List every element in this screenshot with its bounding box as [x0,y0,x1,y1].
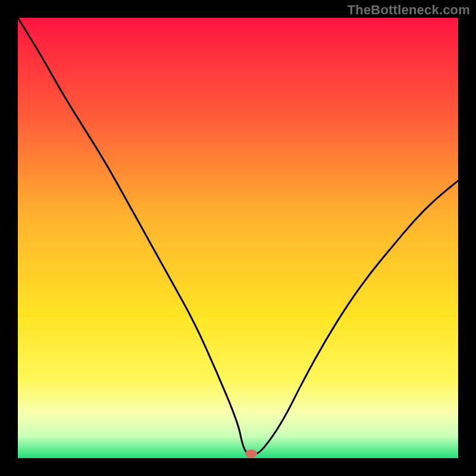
watermark-text: TheBottleneck.com [347,2,470,18]
bottleneck-plot [18,18,458,458]
minimum-marker [245,450,257,458]
gradient-background [18,18,458,458]
chart-frame: TheBottleneck.com [0,0,476,476]
